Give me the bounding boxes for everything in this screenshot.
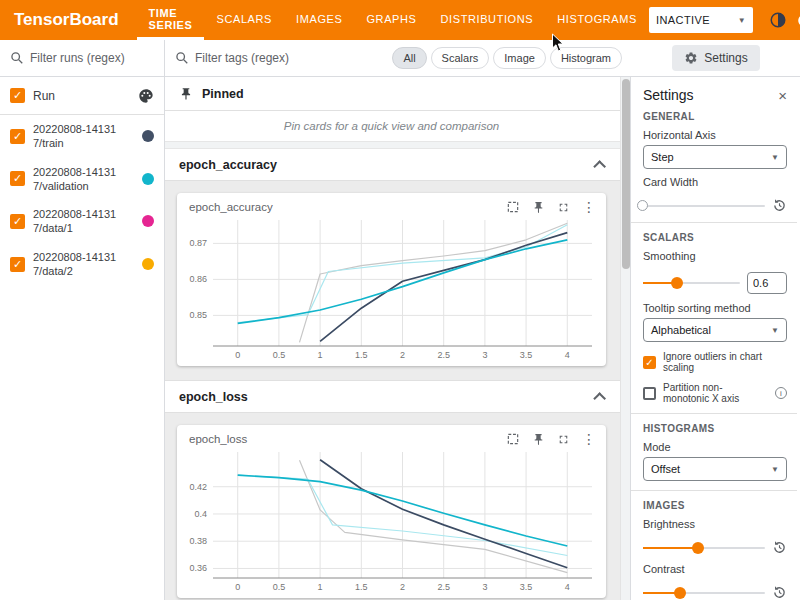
top-header: TensorBoard TIME SERIESSCALARSIMAGESGRAP… bbox=[0, 0, 800, 40]
tags-filter-input[interactable] bbox=[195, 51, 305, 65]
status-select-value: INACTIVE bbox=[656, 14, 710, 26]
card-width-label: Card Width bbox=[643, 176, 787, 188]
reset-icon[interactable] bbox=[772, 585, 787, 600]
filter-chip-scalars[interactable]: Scalars bbox=[431, 47, 490, 69]
svg-text:3.5: 3.5 bbox=[520, 582, 533, 592]
info-icon[interactable]: i bbox=[775, 387, 787, 399]
card-width-slider[interactable] bbox=[643, 205, 765, 207]
palette-icon[interactable] bbox=[138, 88, 154, 104]
tooltip-sorting-label: Tooltip sorting method bbox=[643, 302, 787, 314]
horizontal-axis-select[interactable]: Step ▼ bbox=[643, 145, 787, 169]
nav-tab-histograms[interactable]: HISTOGRAMS bbox=[545, 0, 649, 40]
histogram-mode-value: Offset bbox=[651, 463, 680, 475]
card-zone: epoch_accuracy ⋮ 00.511.522.533.540.850.… bbox=[165, 181, 630, 381]
scrollbar-thumb[interactable] bbox=[622, 79, 630, 269]
app-title: TensorBoard bbox=[0, 10, 137, 30]
close-icon[interactable]: × bbox=[778, 88, 787, 103]
section-header-epoch-accuracy: epoch_accuracy bbox=[165, 149, 630, 181]
svg-text:1.5: 1.5 bbox=[355, 582, 368, 592]
svg-text:2.5: 2.5 bbox=[437, 582, 450, 592]
reset-icon[interactable] bbox=[772, 540, 787, 555]
run-row[interactable]: ✓20220808-141317/validation bbox=[0, 158, 164, 201]
ignore-outliers-checkbox[interactable]: ✓ bbox=[643, 356, 656, 369]
search-icon bbox=[175, 51, 189, 65]
run-color-dot bbox=[142, 173, 154, 185]
pinned-title: Pinned bbox=[202, 87, 244, 101]
section-header-epoch-loss: epoch_loss bbox=[165, 381, 630, 413]
scalar-card-epoch-accuracy: epoch_accuracy ⋮ 00.511.522.533.540.850.… bbox=[177, 193, 606, 366]
chevron-down-icon: ▼ bbox=[771, 465, 779, 474]
svg-text:0: 0 bbox=[235, 582, 240, 592]
toolbar: AllScalarsImageHistogram Settings bbox=[0, 40, 800, 77]
group-heading-scalars: SCALARS bbox=[643, 232, 787, 243]
epoch-loss-chart[interactable]: 00.511.522.533.540.360.380.40.42 bbox=[177, 446, 606, 598]
dark-mode-toggle-icon[interactable] bbox=[765, 7, 791, 33]
fullscreen-icon[interactable] bbox=[557, 433, 570, 446]
fullscreen-icon[interactable] bbox=[557, 201, 570, 214]
svg-text:2: 2 bbox=[400, 582, 405, 592]
settings-button[interactable]: Settings bbox=[672, 45, 759, 71]
partition-x-axis-checkbox[interactable] bbox=[643, 387, 656, 400]
card-title: epoch_loss bbox=[189, 433, 247, 445]
contrast-label: Contrast bbox=[643, 563, 787, 575]
group-heading-histograms: HISTOGRAMS bbox=[643, 423, 787, 434]
fit-to-domain-icon[interactable] bbox=[506, 200, 520, 214]
section-divider bbox=[165, 141, 630, 149]
run-row[interactable]: ✓20220808-141317/train bbox=[0, 115, 164, 158]
svg-text:2: 2 bbox=[400, 350, 405, 360]
card-actions: ⋮ bbox=[506, 432, 596, 446]
gear-icon bbox=[684, 51, 698, 65]
svg-text:1.5: 1.5 bbox=[355, 350, 368, 360]
run-checkbox[interactable]: ✓ bbox=[10, 257, 25, 272]
svg-text:3.5: 3.5 bbox=[520, 350, 533, 360]
pin-icon[interactable] bbox=[532, 201, 545, 214]
run-row[interactable]: ✓20220808-141317/data/1 bbox=[0, 200, 164, 243]
run-row[interactable]: ✓20220808-141317/data/2 bbox=[0, 243, 164, 286]
tooltip-sorting-select[interactable]: Alphabetical ▼ bbox=[643, 318, 787, 342]
pin-icon[interactable] bbox=[532, 433, 545, 446]
collapse-chevron-icon[interactable] bbox=[593, 392, 606, 405]
epoch-accuracy-chart[interactable]: 00.511.522.533.540.850.860.87 bbox=[177, 214, 606, 366]
run-color-dot bbox=[142, 130, 154, 142]
collapse-chevron-icon[interactable] bbox=[593, 160, 606, 173]
nav-tab-graphs[interactable]: GRAPHS bbox=[354, 0, 428, 40]
histogram-mode-select[interactable]: Offset ▼ bbox=[643, 457, 787, 481]
select-all-runs-checkbox[interactable]: ✓ bbox=[10, 88, 25, 103]
nav-tab-distributions[interactable]: DISTRIBUTIONS bbox=[429, 0, 546, 40]
slider-thumb[interactable] bbox=[637, 200, 648, 211]
brightness-slider[interactable] bbox=[643, 547, 765, 549]
slider-thumb[interactable] bbox=[692, 542, 704, 554]
nav-tab-time-series[interactable]: TIME SERIES bbox=[137, 0, 205, 40]
card-header: epoch_loss ⋮ bbox=[177, 425, 606, 446]
runs-filter-input[interactable] bbox=[30, 51, 140, 65]
smoothing-slider[interactable] bbox=[643, 282, 740, 284]
nav-tab-scalars[interactable]: SCALARS bbox=[204, 0, 284, 40]
refresh-icon[interactable] bbox=[791, 7, 800, 33]
slider-thumb[interactable] bbox=[671, 277, 683, 289]
reset-icon[interactable] bbox=[772, 198, 787, 213]
tooltip-sorting-value: Alphabetical bbox=[651, 324, 711, 336]
runs-list: ✓20220808-141317/train✓20220808-141317/v… bbox=[0, 115, 164, 285]
run-checkbox[interactable]: ✓ bbox=[10, 171, 25, 186]
card-title: epoch_accuracy bbox=[189, 201, 273, 213]
nav-tab-images[interactable]: IMAGES bbox=[284, 0, 354, 40]
header-controls: INACTIVE ▼ ? bbox=[649, 7, 800, 33]
more-options-icon[interactable]: ⋮ bbox=[582, 432, 596, 446]
filter-chip-image[interactable]: Image bbox=[493, 47, 546, 69]
reload-status-select[interactable]: INACTIVE ▼ bbox=[649, 7, 753, 33]
pinned-section-header: Pinned bbox=[165, 77, 630, 111]
tensorboard-app: TensorBoard TIME SERIESSCALARSIMAGESGRAP… bbox=[0, 0, 800, 600]
run-checkbox[interactable]: ✓ bbox=[10, 129, 25, 144]
main-scrollbar[interactable] bbox=[620, 77, 630, 600]
contrast-slider[interactable] bbox=[643, 592, 765, 594]
fit-to-domain-icon[interactable] bbox=[506, 432, 520, 446]
filter-chip-histogram[interactable]: Histogram bbox=[550, 47, 622, 69]
svg-text:0.42: 0.42 bbox=[189, 482, 207, 492]
smoothing-value-input[interactable] bbox=[747, 272, 787, 294]
svg-text:0.5: 0.5 bbox=[273, 582, 286, 592]
run-checkbox[interactable]: ✓ bbox=[10, 214, 25, 229]
slider-thumb[interactable] bbox=[674, 587, 686, 599]
filter-chip-all[interactable]: All bbox=[392, 47, 426, 69]
svg-text:0.85: 0.85 bbox=[189, 310, 207, 320]
more-options-icon[interactable]: ⋮ bbox=[582, 200, 596, 214]
